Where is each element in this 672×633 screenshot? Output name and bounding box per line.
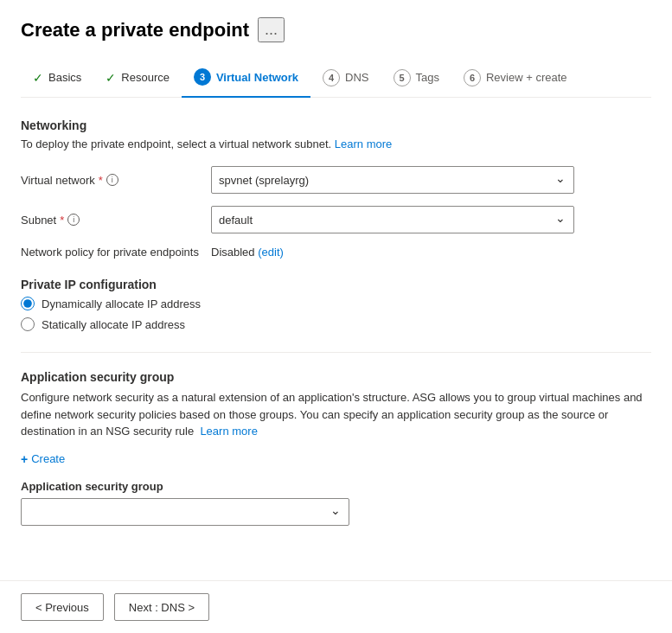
step-review-create[interactable]: 6 Review + create xyxy=(451,61,579,97)
page-title: Create a private endpoint xyxy=(21,19,249,42)
ellipsis-button[interactable]: ... xyxy=(258,17,285,42)
virtual-network-info-icon[interactable]: i xyxy=(106,174,118,186)
step-tags[interactable]: 5 Tags xyxy=(381,61,451,97)
section-divider xyxy=(21,352,651,353)
wizard-footer: < Previous Next : DNS > xyxy=(0,580,672,633)
virtual-network-row: Virtual network * i spvnet (sprelayrg) xyxy=(21,166,651,194)
subnet-row: Subnet * i default xyxy=(21,206,651,233)
step-circle-tags: 5 xyxy=(394,69,411,86)
networking-description: To deploy the private endpoint, select a… xyxy=(21,137,651,150)
network-policy-row: Network policy for private endpoints Dis… xyxy=(21,246,651,259)
asg-create-link[interactable]: + Create xyxy=(21,452,651,466)
step-virtual-network[interactable]: 3 Virtual Network xyxy=(182,60,310,98)
step-review-label: Review + create xyxy=(486,71,567,84)
asg-select[interactable] xyxy=(21,498,349,526)
asg-field-label: Application security group xyxy=(21,480,651,493)
step-dns[interactable]: 4 DNS xyxy=(310,61,381,97)
asg-select-wrapper xyxy=(21,498,349,526)
step-circle-review: 6 xyxy=(464,69,481,86)
step-virtual-network-label: Virtual Network xyxy=(216,71,298,84)
private-ip-title: Private IP configuration xyxy=(21,278,651,291)
wizard-steps-nav: ✓ Basics ✓ Resource 3 Virtual Network 4 … xyxy=(21,60,651,98)
asg-section: Application security group Configure net… xyxy=(21,370,651,526)
network-policy-value: Disabled xyxy=(211,246,255,259)
step-circle-dns: 4 xyxy=(323,69,340,86)
check-icon-resource: ✓ xyxy=(106,71,116,85)
asg-section-title: Application security group xyxy=(21,370,651,384)
previous-button[interactable]: < Previous xyxy=(21,593,104,621)
subnet-required: * xyxy=(60,214,64,227)
check-icon-basics: ✓ xyxy=(33,71,43,85)
step-resource-label: Resource xyxy=(121,71,170,84)
subnet-select[interactable]: default xyxy=(211,206,574,233)
virtual-network-select[interactable]: spvnet (sprelayrg) xyxy=(211,166,574,194)
page-title-row: Create a private endpoint ... xyxy=(21,17,651,42)
radio-dynamic[interactable]: Dynamically allocate IP address xyxy=(21,297,651,310)
subnet-select-wrap: default xyxy=(211,206,574,233)
step-resource[interactable]: ✓ Resource xyxy=(93,62,182,95)
next-button[interactable]: Next : DNS > xyxy=(114,593,209,621)
radio-static[interactable]: Statically allocate IP address xyxy=(21,317,651,331)
virtual-network-select-wrapper: spvnet (sprelayrg) xyxy=(211,166,574,194)
networking-section-title: Networking xyxy=(21,118,651,132)
step-basics-label: Basics xyxy=(48,71,81,84)
subnet-select-wrapper: default xyxy=(211,206,574,233)
radio-dynamic-input[interactable] xyxy=(21,297,35,310)
asg-learn-more[interactable]: Learn more xyxy=(200,425,257,438)
radio-dynamic-label: Dynamically allocate IP address xyxy=(42,297,201,310)
step-dns-label: DNS xyxy=(345,71,368,84)
network-policy-label: Network policy for private endpoints xyxy=(21,246,211,259)
asg-description: Configure network security as a natural … xyxy=(21,389,651,440)
step-circle-virtual-network: 3 xyxy=(194,68,211,86)
virtual-network-required: * xyxy=(99,174,103,187)
subnet-info-icon[interactable]: i xyxy=(67,214,80,226)
private-ip-section: Private IP configuration Dynamically all… xyxy=(21,278,651,331)
networking-learn-more[interactable]: Learn more xyxy=(335,137,392,150)
network-policy-edit-link[interactable]: (edit) xyxy=(258,246,284,259)
virtual-network-select-wrap: spvnet (sprelayrg) xyxy=(211,166,574,194)
step-basics[interactable]: ✓ Basics xyxy=(21,62,93,95)
radio-static-input[interactable] xyxy=(21,317,35,331)
plus-icon: + xyxy=(21,452,28,466)
subnet-label: Subnet * i xyxy=(21,214,211,227)
radio-static-label: Statically allocate IP address xyxy=(42,318,185,331)
step-tags-label: Tags xyxy=(416,71,439,84)
virtual-network-label: Virtual network * i xyxy=(21,174,211,187)
